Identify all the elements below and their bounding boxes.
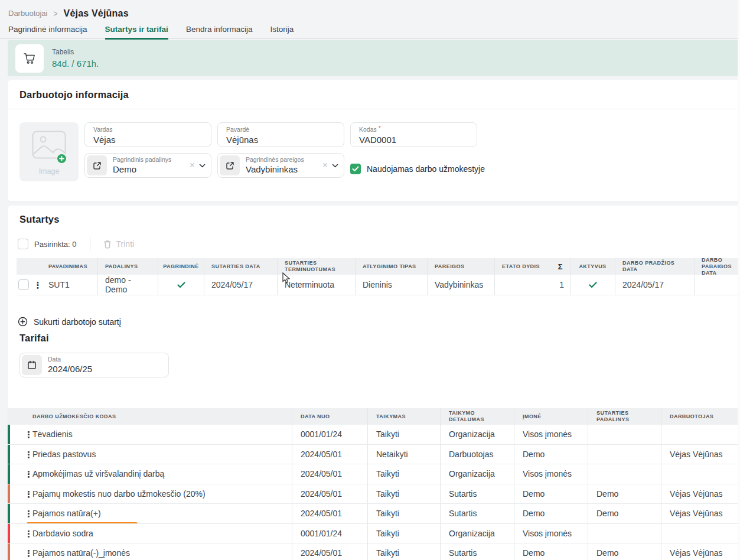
open-padalinys-button[interactable] bbox=[87, 155, 107, 175]
contracts-section-title: Sutartys bbox=[8, 206, 740, 225]
tariff-code-cell: ⋮Priedas pastovus bbox=[8, 445, 292, 464]
payroll-checkbox[interactable] bbox=[350, 164, 361, 174]
tariff-code-label: Pajamos natūra(-)_įmonės bbox=[32, 548, 130, 558]
plus-circle-icon bbox=[18, 317, 28, 327]
row-menu-kebab-icon[interactable]: ⋮ bbox=[24, 489, 33, 498]
row-menu-kebab-icon[interactable]: ⋮ bbox=[34, 281, 43, 289]
create-contract-button[interactable]: Sukurti darbotojo sutartį bbox=[18, 317, 740, 327]
kodas-label: Kodas* bbox=[359, 126, 470, 134]
sigma-icon[interactable]: Σ bbox=[558, 263, 563, 270]
date-label: Data bbox=[48, 356, 163, 363]
pavarde-value: Vėjūnas bbox=[226, 134, 337, 146]
tariff-cell-detalumas: Organizacija bbox=[441, 425, 514, 444]
employee-photo-upload[interactable]: Image bbox=[19, 122, 79, 181]
open-pareigos-button[interactable] bbox=[220, 155, 240, 175]
tariff-cell-detalumas: Organizacija bbox=[441, 524, 514, 543]
tariff-code-cell: ⋮Pajamos natūra(+) bbox=[8, 504, 292, 523]
required-asterisk: * bbox=[379, 125, 381, 132]
padalinys-value: Demo bbox=[113, 164, 187, 175]
column-label: ETATO DYDIS bbox=[502, 263, 540, 270]
tab-istorija[interactable]: Istorija bbox=[270, 24, 294, 40]
row-menu-kebab-icon[interactable]: ⋮ bbox=[24, 509, 33, 518]
tariff-row: ⋮Apmokėjimas už viršvalandinį darbą2024/… bbox=[8, 464, 740, 484]
row-menu-kebab-icon[interactable]: ⋮ bbox=[24, 549, 33, 558]
tariff-cell-detalumas: Darbuotojas bbox=[441, 445, 514, 464]
kodas-field[interactable]: Kodas* VAD0001 bbox=[350, 122, 477, 147]
scrollbar-track[interactable] bbox=[738, 0, 740, 560]
tab-pagrindine-informacija[interactable]: Pagrindinė informacija bbox=[8, 24, 87, 40]
row-menu-kebab-icon[interactable]: ⋮ bbox=[24, 529, 33, 538]
breadcrumb-parent-link[interactable]: Darbuotojai bbox=[8, 9, 48, 18]
tariff-cell-darbuotojas bbox=[661, 524, 740, 543]
header-menu-cell bbox=[31, 258, 45, 275]
clear-icon[interactable]: × bbox=[190, 161, 195, 170]
toolbar-divider bbox=[90, 237, 90, 251]
contract-cell-pabaigos_data bbox=[695, 275, 740, 295]
payroll-checkbox-row[interactable]: Naudojamas darbo užmokestyje bbox=[350, 153, 477, 178]
contract-cell-etato_dydis: 1 bbox=[495, 275, 571, 295]
trash-icon[interactable] bbox=[103, 240, 112, 249]
tariffs-column-header: ĮMONĖ bbox=[514, 408, 588, 425]
date-value: 2024/06/25 bbox=[48, 363, 163, 375]
contracts-table: PAVADINIMASPADALINYSPAGRINDINĖSUTARTIES … bbox=[17, 258, 740, 295]
vardas-value: Vėjas bbox=[93, 134, 204, 146]
tariffs-table-header: DARBO UŽMOKESČIO KODASDATA NUOTAIKYMASTA… bbox=[8, 408, 740, 425]
add-photo-plus-icon[interactable] bbox=[56, 153, 67, 164]
tariff-code-label: Darbdavio sodra bbox=[32, 529, 93, 538]
tariff-cell-padalinys: Demo bbox=[588, 484, 661, 504]
tariff-cell-imone: Demo bbox=[514, 543, 588, 560]
tabelis-banner[interactable]: Tabelis 84d. / 671h. bbox=[8, 40, 740, 76]
contract-cell-atlyginimo_tipas: Dieninis bbox=[356, 275, 428, 295]
tariff-code-label: Priedas pastovus bbox=[32, 450, 96, 459]
employee-info-card: Darbuotojo informacija Image Vardas Vėja… bbox=[8, 80, 740, 201]
tariff-cell-imone: Visos įmonės bbox=[514, 425, 588, 444]
pavarde-field[interactable]: Pavardė Vėjūnas bbox=[217, 122, 344, 147]
tariff-cell-padalinys bbox=[588, 464, 661, 484]
contract-cell-pavadinimas: SUT1 bbox=[45, 275, 98, 295]
contracts-column-header: PAVADINIMAS bbox=[45, 258, 98, 275]
padalinys-field[interactable]: Pagrindinis padalinys Demo × bbox=[84, 153, 211, 178]
chevron-down-icon[interactable] bbox=[332, 164, 338, 168]
contracts-column-header: ATLYGINIMO TIPAS bbox=[356, 258, 428, 275]
tariff-code-label: Tėvadienis bbox=[32, 429, 73, 439]
select-all-checkbox[interactable] bbox=[18, 239, 28, 249]
tariff-cell-darbuotojas bbox=[661, 464, 740, 484]
tariff-cell-imone: Visos įmonės bbox=[514, 524, 588, 543]
tariffs-column-header: DARBUOTOJAS bbox=[661, 408, 740, 425]
tariffs-column-header: TAIKYMO DETALUMAS bbox=[441, 408, 514, 425]
contracts-table-header: PAVADINIMASPADALINYSPAGRINDINĖSUTARTIES … bbox=[17, 258, 740, 275]
tab-bendra-informacija[interactable]: Bendra informacija bbox=[186, 24, 253, 40]
delete-button[interactable]: Trinti bbox=[116, 239, 135, 249]
tariff-cell-padalinys: Demo bbox=[588, 504, 661, 523]
vardas-field[interactable]: Vardas Vėjas bbox=[84, 122, 211, 147]
tariff-cell-padalinys bbox=[588, 425, 661, 444]
tariff-cell-padalinys: Demo bbox=[588, 543, 661, 560]
chevron-down-icon[interactable] bbox=[199, 164, 206, 168]
tariff-code-cell: ⋮Darbdavio sodra bbox=[8, 524, 292, 543]
create-contract-label: Sukurti darbotojo sutartį bbox=[34, 317, 121, 327]
tariffs-table: DARBO UŽMOKESČIO KODASDATA NUOTAIKYMASTA… bbox=[8, 408, 740, 560]
breadcrumb-chevron-icon: > bbox=[54, 8, 58, 18]
calendar-button[interactable] bbox=[22, 355, 42, 375]
tariff-code-cell: ⋮Pajamos natūra(-)_įmonės bbox=[8, 543, 292, 560]
breadcrumb: Darbuotojai > Vėjas Vėjūnas bbox=[8, 8, 740, 19]
clear-icon[interactable]: × bbox=[322, 161, 328, 170]
tariffs-column-header: DATA NUO bbox=[292, 408, 368, 425]
date-field[interactable]: Data 2024/06/25 bbox=[19, 353, 169, 377]
row-checkbox[interactable] bbox=[18, 279, 29, 290]
check-icon bbox=[352, 166, 359, 172]
contract-cell-terminuotumas: Neterminuota bbox=[278, 275, 356, 295]
row-menu-cell: ⋮ bbox=[31, 275, 45, 295]
contract-cell-sutarties_data: 2024/05/17 bbox=[204, 275, 278, 295]
row-menu-kebab-icon[interactable]: ⋮ bbox=[24, 450, 33, 458]
tariffs-column-header: SUTARTIES PADALINYS bbox=[588, 408, 661, 425]
external-link-icon bbox=[226, 161, 234, 170]
contracts-column-header: PADALINYS bbox=[98, 258, 158, 275]
pareigos-field[interactable]: Pagrindinės pareigos Vadybininkas × bbox=[217, 153, 344, 178]
orange-underline bbox=[27, 522, 138, 523]
row-menu-kebab-icon[interactable]: ⋮ bbox=[24, 470, 33, 478]
contracts-column-header: DARBO PRADŽIOS DATA bbox=[615, 258, 695, 275]
row-menu-kebab-icon[interactable]: ⋮ bbox=[24, 430, 33, 439]
tab-sutartys-ir-tarifai[interactable]: Sutartys ir tarifai bbox=[105, 24, 168, 40]
row-status-bar bbox=[8, 464, 10, 484]
